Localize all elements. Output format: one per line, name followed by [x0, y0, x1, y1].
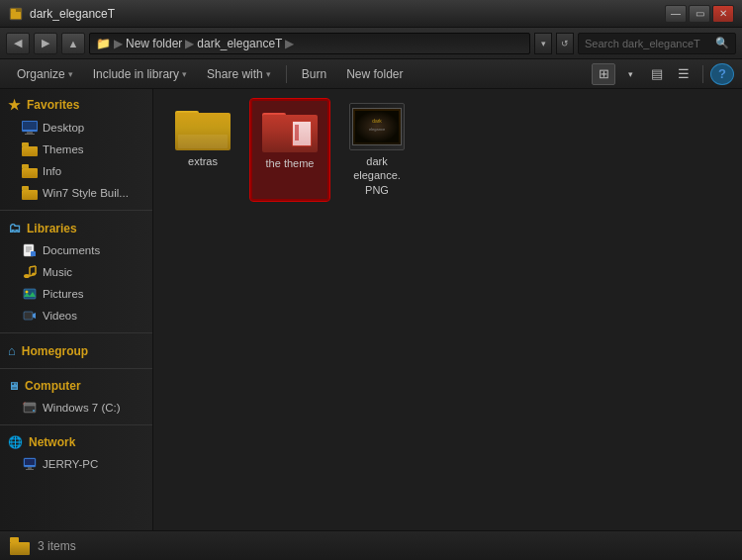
sidebar-item-themes-label: Themes	[43, 143, 84, 155]
svg-rect-1	[11, 12, 21, 19]
libraries-icon: 🗂	[8, 221, 21, 235]
close-button[interactable]: ✕	[712, 5, 734, 23]
include-library-button[interactable]: Include in library ▾	[84, 63, 196, 85]
libraries-label: Libraries	[27, 222, 77, 235]
forward-button[interactable]: ▶	[34, 33, 57, 54]
sidebar-libraries-header[interactable]: 🗂 Libraries	[0, 217, 152, 239]
organize-label: Organize	[17, 67, 65, 81]
sidebar-item-documents-label: Documents	[43, 244, 100, 256]
sidebar-item-documents[interactable]: Documents	[0, 239, 152, 261]
sidebar-item-windows7[interactable]: Windows 7 (C:)	[0, 397, 152, 419]
sidebar-item-desktop-label: Desktop	[43, 122, 84, 134]
search-box[interactable]: Search dark_eleganceT 🔍	[578, 33, 736, 54]
help-button[interactable]: ?	[710, 63, 734, 85]
sidebar-network-header[interactable]: 🌐 Network	[0, 431, 152, 453]
sidebar-item-win7[interactable]: Win7 Style Buil...	[0, 182, 152, 204]
win7-folder-icon	[22, 185, 38, 201]
path-part-2: dark_eleganceT	[197, 37, 282, 50]
status-folder-icon	[10, 537, 30, 555]
sidebar-item-info[interactable]: Info	[0, 160, 152, 182]
toolbar-right: ⊞ ▾ ▤ ☰ ?	[592, 63, 734, 85]
sidebar-divider-2	[0, 332, 152, 333]
favorites-label: Favorites	[27, 98, 79, 112]
main-container: ★ Favorites Desktop Themes	[0, 89, 742, 530]
svg-rect-6	[25, 134, 35, 135]
svg-rect-4	[23, 122, 37, 130]
star-icon: ★	[8, 97, 21, 113]
sidebar-computer-header[interactable]: 🖥 Computer	[0, 375, 152, 397]
svg-rect-25	[24, 403, 36, 406]
file-item-png[interactable]: dark elegance dark elegance. PNG	[337, 99, 417, 201]
address-dropdown[interactable]: ▾	[534, 33, 552, 54]
extras-folder-icon	[175, 103, 231, 150]
sidebar-favorites-header: ★ Favorites	[0, 93, 152, 117]
computer-label: Computer	[25, 379, 81, 393]
info-folder-icon	[22, 163, 38, 179]
sidebar-favorites-section: ★ Favorites Desktop Themes	[0, 93, 152, 204]
maximize-button[interactable]: ▭	[689, 5, 710, 23]
minimize-button[interactable]: —	[665, 5, 687, 23]
share-label: Share with	[207, 67, 263, 81]
svg-text:dark: dark	[372, 118, 382, 124]
sidebar: ★ Favorites Desktop Themes	[0, 89, 153, 530]
sidebar-item-music[interactable]: Music	[0, 261, 152, 283]
window-icon	[8, 6, 24, 22]
svg-rect-11	[31, 251, 36, 256]
network-label: Network	[29, 435, 75, 449]
view-details-button[interactable]: ▤	[645, 63, 669, 85]
path-part-1: New folder	[126, 37, 182, 50]
sidebar-computer-section: 🖥 Computer Windows 7 (C:)	[0, 375, 152, 419]
address-bar: ◀ ▶ ▲ 📁 ▶ New folder ▶ dark_eleganceT ▶ …	[0, 28, 742, 59]
sidebar-homegroup-header[interactable]: ⌂ Homegroup	[0, 339, 152, 362]
organize-dropdown-icon: ▾	[68, 69, 73, 79]
png-thumbnail: dark elegance	[349, 103, 405, 150]
videos-icon	[22, 308, 38, 324]
sidebar-divider-4	[0, 424, 152, 425]
theme-folder-icon	[262, 105, 318, 152]
search-placeholder: Search dark_eleganceT	[585, 38, 700, 49]
view-dropdown-button[interactable]: ▾	[618, 63, 642, 85]
up-button[interactable]: ▲	[61, 33, 85, 54]
back-button[interactable]: ◀	[6, 33, 30, 54]
organize-button[interactable]: Organize ▾	[8, 63, 82, 85]
svg-point-23	[33, 410, 35, 412]
svg-line-17	[30, 266, 36, 267]
svg-point-12	[24, 274, 30, 278]
sidebar-libraries-section: 🗂 Libraries Documents	[0, 217, 152, 327]
path-icon: 📁	[96, 37, 111, 50]
file-item-the-theme[interactable]: the theme	[250, 99, 329, 201]
file-item-extras[interactable]: extras	[163, 99, 242, 201]
sidebar-item-themes[interactable]: Themes	[0, 139, 152, 160]
sidebar-divider-1	[0, 210, 152, 211]
sidebar-item-pictures[interactable]: Pictures	[0, 283, 152, 305]
svg-line-14	[30, 274, 36, 276]
status-item-count: 3 items	[38, 539, 76, 553]
sidebar-item-videos[interactable]: Videos	[0, 305, 152, 327]
share-button[interactable]: Share with ▾	[198, 63, 280, 85]
sidebar-item-win7-label: Win7 Style Buil...	[43, 187, 129, 199]
sidebar-item-pictures-label: Pictures	[43, 288, 84, 300]
share-dropdown-icon: ▾	[266, 69, 271, 79]
sidebar-item-desktop[interactable]: Desktop	[0, 117, 152, 139]
burn-button[interactable]: Burn	[293, 63, 335, 85]
svg-rect-2	[11, 9, 16, 12]
sidebar-item-info-label: Info	[43, 165, 61, 177]
view-tiles-button[interactable]: ⊞	[592, 63, 615, 85]
themes-folder-icon	[22, 141, 38, 157]
toolbar-separator-2	[702, 65, 703, 83]
address-refresh[interactable]: ↺	[556, 33, 574, 54]
svg-rect-18	[24, 289, 36, 299]
view-list-button[interactable]: ☰	[672, 63, 696, 85]
new-folder-button[interactable]: New folder	[337, 63, 412, 85]
sidebar-item-videos-label: Videos	[43, 310, 77, 322]
extras-folder-name: extras	[188, 154, 218, 168]
address-path[interactable]: 📁 ▶ New folder ▶ dark_eleganceT ▶	[89, 33, 530, 54]
title-bar: dark_eleganceT — ▭ ✕	[0, 0, 742, 28]
sidebar-divider-3	[0, 368, 152, 369]
sidebar-item-music-label: Music	[43, 266, 72, 278]
status-bar: 3 items	[0, 530, 742, 560]
title-bar-buttons: — ▭ ✕	[665, 5, 734, 23]
svg-rect-27	[25, 459, 35, 465]
new-folder-label: New folder	[346, 67, 403, 81]
sidebar-item-jerry-pc[interactable]: JERRY-PC	[0, 453, 152, 475]
